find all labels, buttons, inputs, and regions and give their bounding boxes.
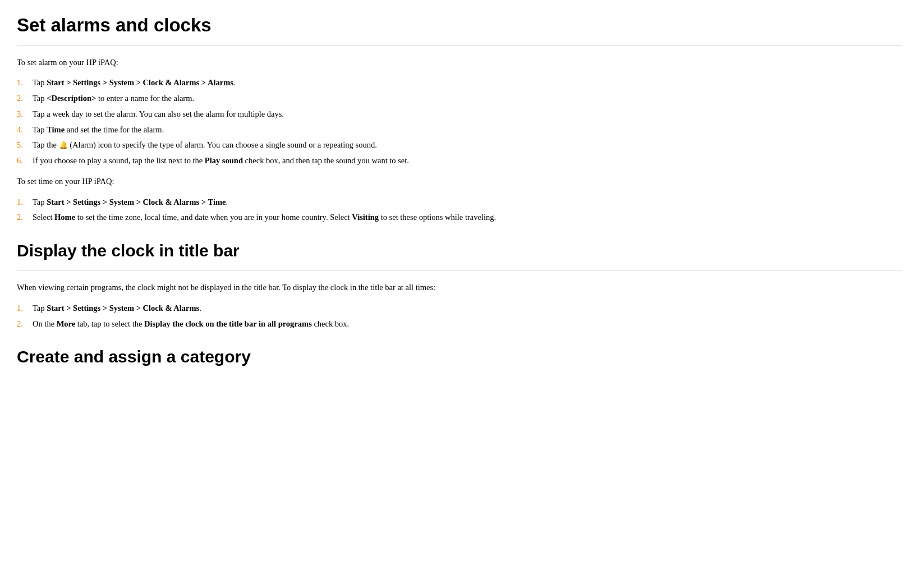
list-item: 5. Tap the 🔔 (Alarm) icon to specify the…	[17, 139, 902, 151]
intro-time: To set time on your HP iPAQ:	[17, 176, 902, 188]
list-number: 1.	[17, 77, 33, 89]
section-divider-1	[17, 45, 902, 45]
list-content: Select Home to set the time zone, local …	[33, 212, 496, 224]
list-content: Tap the 🔔 (Alarm) icon to specify the ty…	[33, 139, 377, 151]
intro-alarm: To set alarm on your HP iPAQ:	[17, 57, 902, 69]
clock-steps-list: 1. Tap Start > Settings > System > Clock…	[17, 302, 902, 330]
list-content: If you choose to play a sound, tap the l…	[33, 155, 409, 167]
alarm-steps-list: 1. Tap Start > Settings > System > Clock…	[17, 77, 902, 167]
section-divider-2	[17, 270, 902, 270]
page-content: Set alarms and clocks To set alarm on yo…	[17, 11, 902, 369]
list-content: Tap Start > Settings > System > Clock & …	[33, 196, 228, 209]
list-item: 2. Select Home to set the time zone, loc…	[17, 212, 902, 224]
section-title-category: Create and assign a category	[17, 344, 902, 369]
list-content: Tap a week day to set the alarm. You can…	[33, 108, 284, 121]
list-item: 6. If you choose to play a sound, tap th…	[17, 155, 902, 167]
intro-clock: When viewing certain programs, the clock…	[17, 282, 902, 294]
section-title-clock: Display the clock in title bar	[17, 238, 902, 263]
list-item: 3. Tap a week day to set the alarm. You …	[17, 108, 902, 121]
list-number: 2.	[17, 212, 33, 224]
list-number: 6.	[17, 155, 33, 167]
list-number: 1.	[17, 302, 33, 315]
list-number: 2.	[17, 318, 33, 330]
list-content: Tap Start > Settings > System > Clock & …	[33, 302, 201, 315]
list-number: 3.	[17, 108, 33, 121]
alarm-icon: 🔔	[59, 140, 68, 151]
list-number: 2.	[17, 93, 33, 105]
section-title-alarms: Set alarms and clocks	[17, 11, 902, 39]
list-item: 1. Tap Start > Settings > System > Clock…	[17, 302, 902, 315]
list-content: Tap <Description> to enter a name for th…	[33, 93, 194, 105]
list-item: 2. On the More tab, tap to select the Di…	[17, 318, 902, 330]
list-content: Tap Time and set the time for the alarm.	[33, 124, 164, 136]
list-content: On the More tab, tap to select the Displ…	[33, 318, 349, 330]
list-item: 1. Tap Start > Settings > System > Clock…	[17, 77, 902, 89]
list-number: 1.	[17, 196, 33, 209]
list-item: 1. Tap Start > Settings > System > Clock…	[17, 196, 902, 209]
list-number: 4.	[17, 124, 33, 136]
list-item: 2. Tap <Description> to enter a name for…	[17, 93, 902, 105]
list-content: Tap Start > Settings > System > Clock & …	[33, 77, 235, 89]
list-item: 4. Tap Time and set the time for the ala…	[17, 124, 902, 136]
list-number: 5.	[17, 139, 33, 151]
time-steps-list: 1. Tap Start > Settings > System > Clock…	[17, 196, 902, 224]
